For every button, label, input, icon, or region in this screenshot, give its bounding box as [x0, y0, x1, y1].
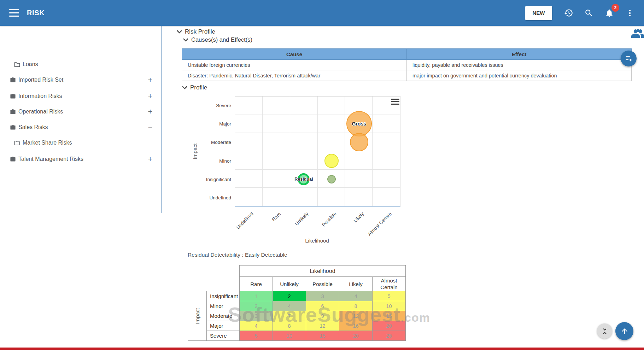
chevron-down-icon[interactable]: [183, 38, 188, 42]
add-row-fab-button[interactable]: [621, 51, 637, 66]
chart-x-tick-label: Possible: [321, 211, 338, 228]
risk-profile-section-header: Risk Profile: [177, 28, 215, 35]
matrix-value-cell: 9: [306, 311, 339, 321]
scroll-to-top-button[interactable]: [615, 322, 633, 340]
table-row: Disaster: Pandemic, Natural Disaster, Te…: [182, 70, 632, 81]
chart-grid-cell: [318, 115, 345, 133]
sidebar-item-information-risks[interactable]: Information Risks: [0, 91, 161, 102]
matrix-value-cell: 1: [240, 291, 273, 301]
chart-grid-cell: [235, 133, 263, 151]
matrix-row-header: Severe: [207, 331, 240, 341]
matrix-data-row: ImpactInsignificant12345: [188, 291, 406, 301]
chart-grid-cell: [263, 97, 290, 115]
search-icon[interactable]: [581, 5, 597, 21]
chart-y-tick-label: Moderate: [187, 140, 231, 145]
chart-grid-cell: [318, 133, 345, 151]
chart-y-axis-title: Impact: [192, 143, 198, 159]
matrix-column-header: Possible: [306, 277, 339, 291]
sidebar-item-market-share-risks[interactable]: Market Share Risks: [0, 137, 161, 148]
matrix-value-cell: 12: [339, 311, 373, 321]
chart-x-tick-label: Unlikely: [294, 211, 310, 227]
sidebar-item-label: Imported Risk Set: [18, 77, 63, 83]
effect-cell[interactable]: liquidity, payable and receivables issue…: [407, 60, 632, 70]
matrix-value-cell: 25: [373, 331, 406, 341]
bubble-point[interactable]: [324, 154, 339, 168]
chart-grid-cell: [235, 115, 263, 133]
collapse-minus-icon[interactable]: −: [146, 123, 155, 132]
overflow-menu-icon[interactable]: [622, 5, 638, 21]
chart-grid-cell: [345, 151, 373, 170]
briefcase-icon: [10, 156, 16, 162]
bubble-label: Gross: [352, 121, 366, 127]
sidebar-item-talent-management-risks[interactable]: Talent Management Risks: [0, 153, 161, 165]
sidebar-divider: [161, 26, 162, 213]
top-app-bar: RISK NEW 2: [0, 0, 644, 26]
sidebar-item-sales-risks[interactable]: Sales Risks: [0, 122, 161, 133]
chart-grid-cell: [263, 188, 290, 206]
app-title: RISK: [27, 9, 45, 17]
profile-title: Profile: [190, 84, 207, 91]
bubble-point[interactable]: [350, 133, 368, 151]
bubble-residual[interactable]: Residual: [298, 173, 310, 185]
chart-grid-cell: [263, 115, 290, 133]
sidebar-item-label: Information Risks: [18, 93, 62, 99]
chevron-down-icon[interactable]: [182, 86, 187, 89]
briefcase-icon: [10, 109, 16, 115]
matrix-row-header: Insignificant: [207, 291, 240, 301]
sidebar-item-imported-risk-set[interactable]: Imported Risk Set: [0, 74, 161, 86]
matrix-value-cell: 8: [273, 321, 306, 331]
chevron-down-icon[interactable]: [177, 30, 182, 34]
matrix-column-header: Rare: [240, 277, 273, 291]
cause-cell[interactable]: Disaster: Pandemic, Natural Disaster, Te…: [182, 70, 407, 81]
collapse-button[interactable]: [597, 323, 612, 339]
bubble-point[interactable]: [327, 175, 336, 183]
causes-effects-title: Causes(s) and Effect(s): [191, 36, 252, 43]
chart-grid-cell: [345, 188, 373, 206]
matrix-row-header: Minor: [207, 301, 240, 311]
sidebar-item-loans[interactable]: Loans: [0, 59, 161, 70]
matrix-column-header: Almost Certain: [373, 277, 406, 291]
matrix-value-cell: 15: [306, 331, 339, 341]
chart-grid-cell: [373, 133, 400, 151]
expand-plus-icon[interactable]: +: [146, 107, 155, 116]
chart-x-tick-label: Almost Certain: [367, 211, 392, 237]
sidebar-item-operational-risks[interactable]: Operational Risks: [0, 106, 161, 117]
chart-grid-cell: [263, 151, 290, 170]
matrix-likelihood-group-header: Likelihood: [240, 266, 406, 277]
chart-grid-cell: [373, 170, 400, 188]
expand-plus-icon[interactable]: +: [146, 154, 155, 164]
expand-plus-icon[interactable]: +: [146, 75, 155, 84]
matrix-impact-group-header: Impact: [188, 291, 207, 341]
matrix-data-row: Moderate3791215: [188, 311, 406, 321]
expand-plus-icon[interactable]: +: [146, 92, 155, 101]
matrix-column-header: Unlikely: [273, 277, 306, 291]
chart-grid-cell: [290, 97, 318, 115]
risk-matrix-table: LikelihoodRareUnlikelyPossibleLikelyAlmo…: [188, 265, 406, 341]
matrix-row-header: Moderate: [207, 311, 240, 321]
sidebar-item-label: Operational Risks: [18, 109, 63, 115]
chart-x-tick-label: Undefined: [235, 211, 254, 230]
hamburger-menu-icon[interactable]: [9, 9, 19, 17]
matrix-column-header: Likely: [339, 277, 373, 291]
matrix-value-cell: 7: [273, 311, 306, 321]
cause-column-header: Cause: [182, 49, 407, 60]
matrix-value-cell: 2: [240, 301, 273, 311]
causes-effects-table: Cause Effect Unstable foreign currencies…: [182, 48, 632, 81]
matrix-value-cell: 4: [273, 301, 306, 311]
notifications-bell-icon[interactable]: 2: [602, 5, 617, 21]
history-icon[interactable]: [561, 5, 576, 21]
chart-y-tick-label: Major: [187, 121, 231, 127]
matrix-value-cell: 10: [273, 331, 306, 341]
bubble-label: Residual: [294, 177, 313, 182]
chart-grid-cell: [373, 188, 400, 206]
group-people-icon[interactable]: [631, 28, 644, 42]
sidebar-item-label: Market Share Risks: [23, 140, 72, 146]
chart-context-menu-icon[interactable]: [391, 99, 399, 105]
chart-y-tick-label: Undefined: [187, 195, 231, 200]
new-button[interactable]: NEW: [525, 6, 552, 20]
cause-cell[interactable]: Unstable foreign currencies: [182, 60, 407, 70]
chart-grid-cell: [235, 170, 263, 188]
effect-cell[interactable]: major impact on government and potential…: [407, 70, 632, 81]
matrix-value-cell: 5: [373, 291, 406, 301]
briefcase-icon: [10, 124, 16, 130]
